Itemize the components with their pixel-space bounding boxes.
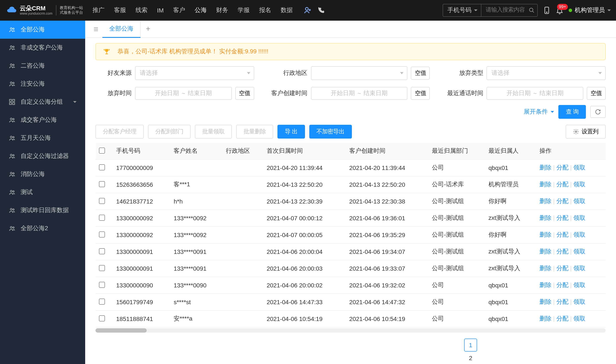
tab-all-public[interactable]: 全部公海: [102, 21, 141, 38]
page-number[interactable]: 2: [464, 351, 477, 364]
assign-link[interactable]: 分配: [556, 265, 568, 272]
delete-link[interactable]: 删除: [539, 214, 552, 221]
batch-delete-button[interactable]: 批量删除: [236, 125, 273, 139]
cell-owner: zxt测试导入: [485, 243, 536, 260]
delete-link[interactable]: 删除: [539, 197, 552, 204]
export-button[interactable]: 导 出: [277, 125, 305, 139]
row-checkbox[interactable]: [99, 298, 105, 304]
horizontal-scrollbar[interactable]: [95, 328, 606, 333]
logo[interactable]: 云朵CRM www.yunduocrm.com 教育机构一站 式服务云平台: [5, 5, 83, 15]
abandon-type-select[interactable]: 请选择: [487, 66, 606, 80]
delete-link[interactable]: 删除: [539, 231, 552, 238]
reload-button[interactable]: [590, 106, 606, 118]
sidebar-item-1[interactable]: 非成交客户公海: [0, 39, 85, 57]
row-checkbox[interactable]: [99, 181, 105, 187]
set-columns-button[interactable]: 设置列: [566, 125, 606, 139]
recent-call-range[interactable]: 开始日期~结束日期: [487, 87, 583, 100]
assign-link[interactable]: 分配: [556, 281, 568, 288]
delete-link[interactable]: 删除: [539, 281, 552, 288]
claim-link[interactable]: 领取: [573, 248, 585, 255]
row-checkbox[interactable]: [99, 282, 105, 288]
nav-item-1[interactable]: 客服: [113, 5, 127, 16]
row-checkbox[interactable]: [99, 248, 105, 254]
delete-link[interactable]: 删除: [539, 315, 552, 322]
batch-claim-button[interactable]: 批量领取: [195, 125, 232, 139]
query-button[interactable]: 查 询: [559, 105, 586, 119]
search-icon[interactable]: [529, 7, 535, 13]
sidebar-item-9[interactable]: 测试: [0, 183, 85, 201]
row-checkbox[interactable]: [99, 198, 105, 204]
sidebar-item-3[interactable]: 注安公海: [0, 75, 85, 93]
phone-icon[interactable]: [314, 6, 327, 14]
cell-first: 2021-04-06 20:00:02: [263, 277, 346, 294]
row-checkbox[interactable]: [99, 214, 105, 221]
claim-link[interactable]: 领取: [573, 197, 585, 204]
row-checkbox[interactable]: [99, 231, 105, 237]
claim-link[interactable]: 领取: [573, 231, 585, 238]
empty-value-button[interactable]: 空值: [235, 87, 254, 100]
claim-link[interactable]: 领取: [573, 281, 585, 288]
delete-link[interactable]: 删除: [539, 265, 552, 272]
claim-link[interactable]: 领取: [573, 181, 585, 188]
assign-link[interactable]: 分配: [556, 181, 568, 188]
export-plain-button[interactable]: 不加密导出: [309, 125, 352, 139]
delete-link[interactable]: 删除: [539, 164, 552, 171]
assign-link[interactable]: 分配: [556, 214, 568, 221]
bell-icon[interactable]: 99+: [556, 6, 564, 14]
assign-link[interactable]: 分配: [556, 231, 568, 238]
delete-link[interactable]: 删除: [539, 298, 552, 305]
nav-item-5[interactable]: 公海: [194, 5, 207, 16]
assign-link[interactable]: 分配: [556, 164, 568, 171]
assign-manager-button[interactable]: 分配客户经理: [95, 125, 144, 139]
create-time-range[interactable]: 开始日期~结束日期: [311, 87, 407, 100]
select-all-checkbox[interactable]: [99, 147, 105, 153]
nav-item-6[interactable]: 财务: [215, 5, 229, 16]
claim-link[interactable]: 领取: [573, 214, 585, 221]
abandon-time-range[interactable]: 开始日期~结束日期: [135, 87, 232, 100]
nav-item-9[interactable]: 数据: [280, 5, 294, 16]
empty-value-button[interactable]: 空值: [587, 87, 606, 100]
add-user-icon[interactable]: [300, 6, 314, 15]
sidebar-item-4[interactable]: 自定义公海分组: [0, 93, 85, 111]
claim-link[interactable]: 领取: [573, 298, 585, 305]
mobile-icon[interactable]: [543, 6, 551, 14]
user-menu[interactable]: 机构管理员: [569, 6, 611, 14]
nav-item-2[interactable]: 线索: [135, 5, 148, 16]
nav-item-7[interactable]: 学服: [237, 5, 251, 16]
sidebar-item-7[interactable]: 自定义公海过滤器: [0, 147, 85, 165]
sidebar-item-5[interactable]: 成交客户公海: [0, 111, 85, 129]
empty-value-button[interactable]: 空值: [411, 67, 430, 80]
admin-region-select[interactable]: [311, 66, 407, 80]
claim-link[interactable]: 领取: [573, 315, 585, 322]
delete-link[interactable]: 删除: [539, 181, 552, 188]
sidebar-item-2[interactable]: 二咨公海: [0, 57, 85, 75]
row-checkbox[interactable]: [99, 315, 105, 321]
friend-source-select[interactable]: 请选择: [135, 66, 254, 80]
tabs-collapse-icon[interactable]: [90, 26, 102, 32]
divider: [56, 5, 56, 15]
assign-link[interactable]: 分配: [556, 315, 568, 322]
assign-dept-button[interactable]: 分配到部门: [148, 125, 191, 139]
sidebar-item-10[interactable]: 测试昨日回库数据: [0, 201, 85, 220]
row-checkbox[interactable]: [99, 164, 105, 170]
row-checkbox[interactable]: [99, 265, 105, 271]
claim-link[interactable]: 领取: [573, 265, 585, 272]
sidebar-item-11[interactable]: 全部公海2: [0, 220, 85, 237]
nav-item-8[interactable]: 报名: [258, 5, 272, 16]
sidebar-item-6[interactable]: 五月天公海: [0, 129, 85, 147]
tab-add-icon[interactable]: +: [141, 25, 155, 34]
sidebar-item-8[interactable]: 消防公海: [0, 165, 85, 183]
claim-link[interactable]: 领取: [573, 164, 585, 171]
page-number[interactable]: 1: [464, 339, 477, 351]
search-type-select[interactable]: 手机号码: [443, 4, 481, 16]
nav-item-4[interactable]: 客户: [172, 5, 186, 16]
delete-link[interactable]: 删除: [539, 248, 552, 255]
assign-link[interactable]: 分配: [556, 298, 568, 305]
nav-item-3[interactable]: IM: [156, 5, 165, 15]
nav-item-0[interactable]: 推广: [92, 5, 105, 16]
sidebar-item-0[interactable]: 全部公海: [0, 21, 85, 39]
expand-filters-link[interactable]: 展开条件: [524, 108, 554, 116]
assign-link[interactable]: 分配: [556, 248, 568, 255]
assign-link[interactable]: 分配: [556, 197, 568, 204]
empty-value-button[interactable]: 空值: [411, 87, 430, 100]
